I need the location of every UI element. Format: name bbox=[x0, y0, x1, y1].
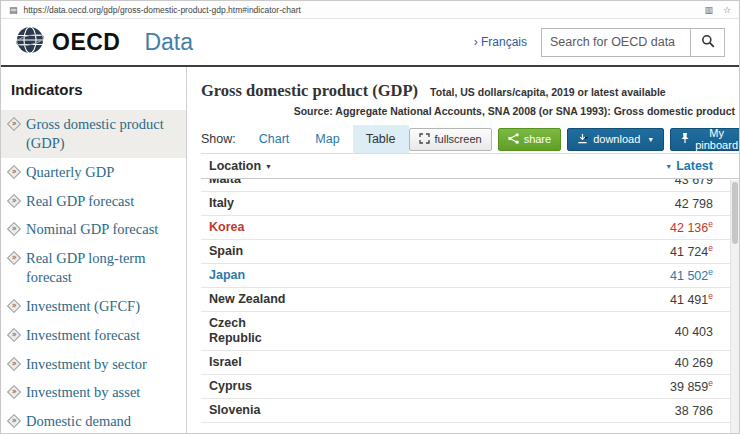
sidebar-item[interactable]: » Domestic demand forecast bbox=[1, 407, 186, 433]
value-cell: 41 502e bbox=[670, 267, 713, 283]
estimate-flag: e bbox=[708, 267, 713, 277]
fullscreen-icon bbox=[419, 133, 430, 146]
location-cell: Korea bbox=[209, 216, 287, 239]
fullscreen-button[interactable]: fullscreen bbox=[409, 128, 492, 151]
location-cell: New Zealand bbox=[209, 288, 287, 311]
column-location[interactable]: Location ▼ bbox=[209, 159, 272, 173]
pinboard-label: My pinboard bbox=[695, 127, 738, 151]
sidebar-item-label: Investment (GFCF) bbox=[26, 297, 140, 316]
browser-bar: ▤ https://data.oecd.org/gdp/gross-domest… bbox=[1, 1, 739, 19]
value-cell: 41 491e bbox=[670, 291, 713, 307]
search-button[interactable] bbox=[691, 28, 725, 57]
view-tab[interactable]: Map bbox=[302, 125, 352, 153]
sidebar-item-label: Nominal GDP forecast bbox=[26, 220, 158, 239]
sort-down-icon: ▼ bbox=[665, 163, 672, 170]
value-cell: 41 724e bbox=[670, 243, 713, 259]
table-scrollbar[interactable] bbox=[730, 180, 739, 433]
view-toolbar: Show: Chart Map Table bbox=[201, 125, 739, 154]
indicator-diamond-icon: » bbox=[7, 251, 21, 265]
sidebar-item[interactable]: » Investment (GFCF) bbox=[1, 292, 186, 321]
table-row[interactable]: New Zealand 41 491e bbox=[201, 288, 739, 312]
estimate-flag: e bbox=[708, 219, 713, 229]
indicator-diamond-icon: » bbox=[7, 165, 21, 179]
reading-view-icon[interactable]: ▥ bbox=[704, 5, 713, 15]
url-text[interactable]: https://data.oecd.org/gdp/gross-domestic… bbox=[24, 5, 301, 15]
table-row[interactable]: Korea 42 136e bbox=[201, 216, 739, 240]
sidebar-item-label: Domestic demand forecast bbox=[26, 412, 180, 433]
download-button[interactable]: download ▼ bbox=[567, 128, 664, 151]
location-cell: Italy bbox=[209, 192, 287, 215]
value-cell: 42 136e bbox=[670, 219, 713, 235]
sidebar-item-label: Gross domestic product (GDP) bbox=[26, 115, 180, 153]
sidebar-title: Indicators bbox=[11, 81, 186, 98]
sidebar-item-label: Investment by sector bbox=[26, 355, 147, 374]
indicator-diamond-icon: » bbox=[7, 222, 21, 236]
page: ▤ https://data.oecd.org/gdp/gross-domest… bbox=[0, 0, 740, 434]
brand-text: OECD bbox=[52, 29, 120, 56]
table-rows: Malta 43 679 Italy 42 798 Korea 42 bbox=[201, 179, 739, 423]
indicator-diamond-icon: » bbox=[7, 299, 21, 313]
site-header: OECD Data › Français bbox=[1, 19, 739, 67]
download-label: download bbox=[593, 133, 640, 145]
indicator-diamond-icon: » bbox=[7, 414, 21, 428]
share-icon bbox=[508, 133, 519, 146]
favorite-star-icon[interactable]: ☆ bbox=[723, 5, 731, 15]
location-cell: Czech Republic bbox=[209, 312, 287, 350]
show-label: Show: bbox=[201, 132, 236, 146]
table-row[interactable]: Slovenia 38 786 bbox=[201, 399, 739, 423]
value-cell: 42 798 bbox=[675, 195, 713, 211]
gdp-table: Location ▼ ▼ Latest Malta 43 67 bbox=[201, 154, 739, 433]
pinboard-button[interactable]: My pinboard ▼ bbox=[670, 128, 740, 151]
share-button[interactable]: share bbox=[498, 128, 562, 151]
indicators-sidebar: Indicators » Gross domestic product (GDP… bbox=[1, 67, 187, 433]
indicator-diamond-icon: » bbox=[7, 385, 21, 399]
location-cell: Spain bbox=[209, 240, 287, 263]
sidebar-item[interactable]: » Quarterly GDP bbox=[1, 158, 186, 187]
table-row[interactable]: Malta 43 679 bbox=[201, 179, 739, 192]
oecd-logo[interactable]: OECD bbox=[15, 25, 120, 59]
table-row[interactable]: Spain 41 724e bbox=[201, 240, 739, 264]
table-row[interactable]: Czech Republic 40 403 bbox=[201, 312, 739, 351]
indicator-list: » Gross domestic product (GDP) » Quarter… bbox=[1, 110, 186, 433]
value-cell: 38 786 bbox=[675, 402, 713, 418]
sidebar-item[interactable]: » Investment by asset bbox=[1, 378, 186, 407]
sidebar-item[interactable]: » Real GDP long-term forecast bbox=[1, 244, 186, 292]
caret-down-icon: ▼ bbox=[647, 136, 654, 143]
indicator-subtitle: Total, US dollars/capita, 2019 or latest… bbox=[430, 86, 666, 98]
estimate-flag: e bbox=[708, 291, 713, 301]
scrollbar-thumb[interactable] bbox=[732, 182, 738, 244]
table-row[interactable]: Cyprus 39 859e bbox=[201, 375, 739, 399]
search-icon bbox=[701, 34, 715, 51]
pin-icon bbox=[680, 132, 690, 146]
search-input[interactable] bbox=[541, 28, 691, 57]
page-icon: ▤ bbox=[9, 5, 18, 15]
table-row[interactable]: Israel 40 269 bbox=[201, 351, 739, 375]
sidebar-item[interactable]: » Nominal GDP forecast bbox=[1, 215, 186, 244]
indicator-diamond-icon: » bbox=[7, 328, 21, 342]
sidebar-item-label: Investment by asset bbox=[26, 383, 140, 402]
view-tabs: Chart Map Table bbox=[246, 125, 409, 153]
page-title: Gross domestic product (GDP) bbox=[201, 81, 418, 101]
sidebar-item[interactable]: » Investment forecast bbox=[1, 321, 186, 350]
sidebar-item[interactable]: » Real GDP forecast bbox=[1, 187, 186, 216]
sidebar-item[interactable]: » Gross domestic product (GDP) bbox=[1, 110, 186, 158]
value-cell: 43 679 bbox=[675, 179, 713, 188]
indicator-diamond-icon: » bbox=[7, 193, 21, 207]
main-panel: Gross domestic product (GDP) Total, US d… bbox=[187, 67, 739, 433]
language-link[interactable]: › Français bbox=[474, 35, 527, 49]
value-cell: 39 859e bbox=[670, 378, 713, 394]
globe-icon bbox=[15, 25, 45, 59]
location-cell: Slovenia bbox=[209, 399, 287, 422]
download-icon bbox=[577, 133, 588, 146]
indicator-diamond-icon: » bbox=[7, 357, 21, 371]
view-tab[interactable]: Table bbox=[353, 125, 409, 153]
column-latest[interactable]: ▼ Latest bbox=[665, 159, 713, 173]
sidebar-item[interactable]: » Investment by sector bbox=[1, 350, 186, 379]
estimate-flag: e bbox=[708, 243, 713, 253]
view-tab[interactable]: Chart bbox=[246, 125, 303, 153]
table-row[interactable]: Italy 42 798 bbox=[201, 192, 739, 216]
sidebar-item-label: Real GDP long-term forecast bbox=[26, 249, 180, 287]
location-cell: Cyprus bbox=[209, 375, 287, 398]
table-row[interactable]: Japan 41 502e bbox=[201, 264, 739, 288]
product-name[interactable]: Data bbox=[144, 29, 193, 56]
